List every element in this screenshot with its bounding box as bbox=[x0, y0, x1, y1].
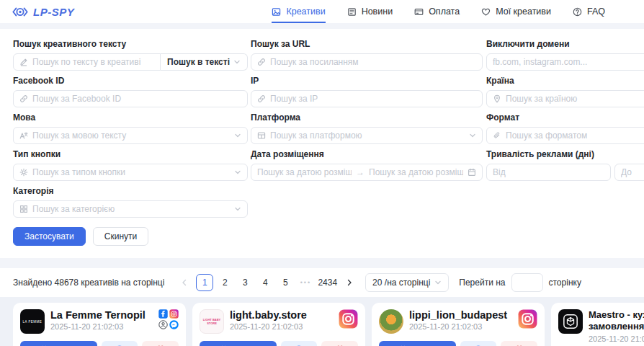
duration-to-box bbox=[614, 164, 644, 181]
language-select[interactable] bbox=[13, 127, 248, 144]
days-button[interactable]: 0 days bbox=[379, 341, 456, 346]
favorite-button[interactable] bbox=[501, 341, 537, 346]
facebook-icon bbox=[158, 309, 168, 319]
favorite-button[interactable] bbox=[142, 341, 179, 346]
goto-page-input[interactable] bbox=[511, 273, 543, 292]
filter-label: Дата розміщення bbox=[251, 149, 483, 159]
filter-label: Категорія bbox=[13, 186, 248, 196]
card-date: 2025-11-20 21:02:03 bbox=[589, 334, 644, 343]
filter-label: Facebook ID bbox=[13, 76, 248, 86]
reset-button[interactable]: Скинути bbox=[93, 227, 148, 246]
favorite-button[interactable] bbox=[321, 341, 358, 346]
logo-eye-icon bbox=[12, 6, 29, 17]
nav-item-news[interactable]: Новини bbox=[347, 0, 393, 23]
view-button[interactable] bbox=[281, 341, 318, 346]
logo[interactable]: LP-SPY bbox=[12, 6, 74, 18]
arrow-right-icon: → bbox=[356, 167, 365, 177]
creative-card[interactable]: LA FEMME La Femme Ternopil 2025-11-20 21… bbox=[13, 303, 186, 346]
social-icons bbox=[158, 309, 179, 329]
filter-label: Пошук за URL bbox=[251, 39, 483, 49]
main-nav: Креативи Новини Оплата Мої креативи FAQ bbox=[272, 0, 605, 23]
filter-format: Формат bbox=[486, 112, 644, 144]
apply-button[interactable]: Застосувати bbox=[13, 227, 86, 246]
chevron-down-icon bbox=[469, 132, 476, 139]
credit-card-icon bbox=[414, 7, 424, 17]
ip-input[interactable] bbox=[270, 94, 476, 104]
filter-label: Мова bbox=[13, 112, 248, 123]
country-input-box bbox=[486, 90, 644, 107]
filter-date-range: Дата розміщення → bbox=[251, 149, 483, 181]
link-icon bbox=[257, 94, 266, 103]
instagram-icon bbox=[169, 309, 179, 319]
duration-from-input[interactable] bbox=[493, 167, 604, 177]
page-size-select[interactable]: 20 /на сторінці bbox=[365, 273, 449, 292]
creative-text-input[interactable] bbox=[32, 57, 154, 67]
nav-label: Мої креативи bbox=[496, 6, 551, 17]
category-select[interactable] bbox=[13, 200, 248, 218]
page-button-3[interactable]: 3 bbox=[236, 274, 254, 291]
creative-card[interactable]: lippi_lion_budapest 2025-11-20 21:02:03 … bbox=[372, 303, 545, 346]
card-title-line2: замовлення в Ужго bbox=[589, 321, 644, 332]
avatar: LA FEMME bbox=[20, 309, 45, 334]
card-actions: 3 days bbox=[200, 341, 358, 346]
apps-grid-icon bbox=[19, 205, 28, 213]
avatar bbox=[558, 309, 583, 334]
nav-item-faq[interactable]: FAQ bbox=[573, 0, 605, 23]
creative-card[interactable]: Maestro - кухні, ме замовлення в Ужго 20… bbox=[551, 303, 644, 346]
nav-item-payment[interactable]: Оплата bbox=[414, 0, 460, 23]
page-button-2[interactable]: 2 bbox=[216, 274, 233, 291]
view-button[interactable] bbox=[102, 341, 138, 346]
creative-card[interactable]: LIGHT BABY STORE light.baby.store 2025-1… bbox=[192, 303, 365, 346]
date-from-input[interactable] bbox=[257, 167, 352, 177]
news-icon bbox=[347, 7, 357, 17]
translate-icon bbox=[19, 131, 28, 140]
page-button-5[interactable]: 5 bbox=[277, 274, 294, 291]
instagram-icon bbox=[339, 309, 358, 329]
page-button-1[interactable]: 1 bbox=[196, 274, 213, 291]
duration-to-input[interactable] bbox=[621, 167, 644, 177]
view-button[interactable] bbox=[460, 341, 497, 346]
category-input[interactable] bbox=[32, 204, 230, 214]
pagination-ellipsis[interactable]: ••• bbox=[297, 274, 314, 291]
search-mode-select[interactable]: Пошук в тексті bbox=[161, 53, 248, 71]
page: LP-SPY Креативи Новини Оплата Мої креати… bbox=[0, 0, 644, 346]
language-input[interactable] bbox=[32, 130, 230, 141]
country-input[interactable] bbox=[506, 94, 644, 104]
next-page-button[interactable] bbox=[341, 274, 358, 291]
pencil-icon bbox=[19, 58, 28, 66]
platform-select[interactable] bbox=[251, 127, 483, 144]
goto-suffix: сторінку bbox=[549, 278, 581, 288]
url-input[interactable] bbox=[270, 57, 476, 67]
page-button-4[interactable]: 4 bbox=[256, 274, 274, 291]
days-button[interactable]: 3 days bbox=[20, 341, 97, 346]
goto-prefix: Перейти на bbox=[459, 278, 505, 288]
page-button-last[interactable]: 2434 bbox=[317, 274, 338, 291]
chevron-down-icon bbox=[234, 169, 241, 176]
nav-item-creatives[interactable]: Креативи bbox=[272, 0, 325, 23]
chevron-down-icon bbox=[234, 132, 241, 139]
filter-exclude-domains: Виключити домени bbox=[486, 39, 644, 71]
nav-label: Креативи bbox=[286, 6, 325, 17]
facebook-id-input[interactable] bbox=[32, 94, 241, 104]
format-input[interactable] bbox=[506, 130, 644, 141]
creative-text-input-box bbox=[13, 53, 161, 71]
exclude-domains-input[interactable] bbox=[493, 57, 644, 67]
link-icon bbox=[19, 94, 28, 103]
platform-input[interactable] bbox=[270, 130, 465, 141]
facebook-id-input-box bbox=[13, 90, 248, 107]
card-title: La Femme Ternopil bbox=[50, 309, 153, 321]
filter-label: Виключити домени bbox=[486, 39, 644, 49]
date-to-input[interactable] bbox=[369, 167, 463, 177]
filter-label: Платформа bbox=[251, 112, 483, 123]
nav-item-my-creatives[interactable]: Мої креативи bbox=[481, 0, 551, 23]
date-range-picker[interactable]: → bbox=[251, 164, 483, 181]
avatar: LIGHT BABY STORE bbox=[200, 309, 224, 334]
button-type-select[interactable] bbox=[13, 164, 248, 181]
prev-page-button[interactable] bbox=[176, 274, 193, 291]
question-icon bbox=[573, 7, 582, 17]
filter-country: Країна bbox=[486, 76, 644, 107]
card-date: 2025-11-20 21:02:03 bbox=[230, 322, 333, 331]
chevron-down-icon bbox=[233, 58, 241, 66]
days-button[interactable]: 3 days bbox=[200, 341, 277, 346]
button-type-input[interactable] bbox=[32, 167, 230, 177]
